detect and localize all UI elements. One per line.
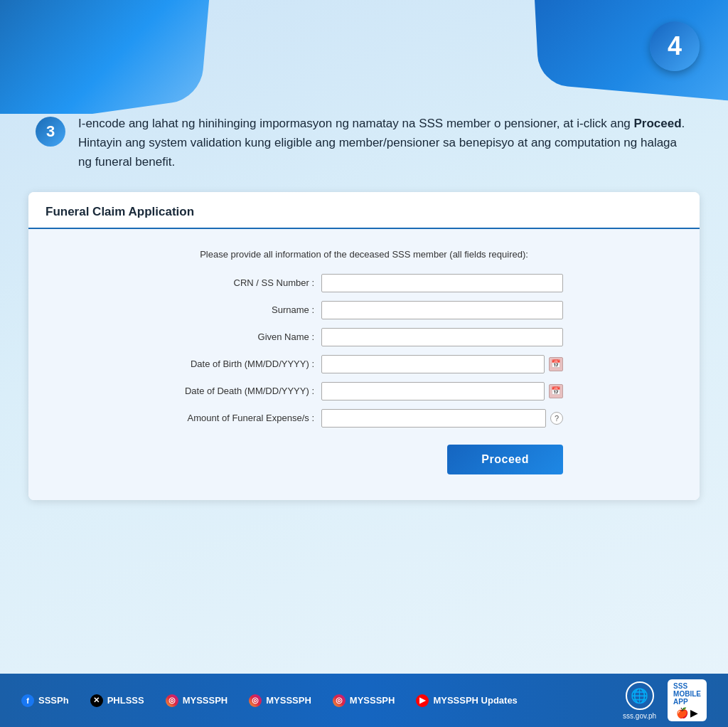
form-title: Funeral Claim Application <box>46 205 682 219</box>
proceed-row: Proceed <box>165 445 563 474</box>
footer-label-mysssph-updates: MYSSSPH Updates <box>433 695 517 706</box>
top-decoration <box>0 0 728 114</box>
form-row-dob: Date of Birth (MM/DD/YYYY) : 📅 <box>165 355 563 373</box>
footer-link-mysssph-1[interactable]: ◎ MYSSSPH <box>166 694 228 707</box>
footer-label-mysssph-1: MYSSSPH <box>183 695 228 706</box>
input-wrap-amount: ? <box>321 409 563 428</box>
footer-label-sssph: SSSPh <box>38 695 69 706</box>
instagram-icon-1: ◎ <box>166 694 178 707</box>
input-dob[interactable] <box>321 355 545 373</box>
label-dob: Date of Birth (MM/DD/YYYY) : <box>165 359 321 369</box>
input-crn[interactable] <box>321 274 563 292</box>
label-givenname: Given Name : <box>165 331 321 342</box>
form-card-header: Funeral Claim Application <box>28 192 700 229</box>
proceed-button[interactable]: Proceed <box>447 445 563 474</box>
content-area: 3 I-encode ang lahat ng hinihinging impo… <box>28 114 700 670</box>
input-wrap-givenname <box>321 328 563 346</box>
calendar-icon-dob[interactable]: 📅 <box>549 357 563 371</box>
footer-right: 🌐 sss.gov.ph SSSMOBILEAPP 🍎 ▶ <box>623 679 707 721</box>
form-row-dod: Date of Death (MM/DD/YYYY) : 📅 <box>165 382 563 400</box>
facebook-icon: f <box>21 694 34 707</box>
calendar-icon-dod[interactable]: 📅 <box>549 384 563 398</box>
footer-link-mysssph-2[interactable]: ◎ MYSSSPH <box>249 694 311 707</box>
app-store-icons: 🍎 ▶ <box>676 707 698 718</box>
globe-icon: 🌐 <box>626 681 654 710</box>
label-dod: Date of Death (MM/DD/YYYY) : <box>165 386 321 396</box>
footer-link-phlsss[interactable]: ✕ PHLSSS <box>90 694 144 707</box>
footer-link-mysssph-3[interactable]: ◎ MYSSSPH <box>333 694 395 707</box>
input-wrap-crn <box>321 274 563 292</box>
input-givenname[interactable] <box>321 328 563 346</box>
youtube-icon: ▶ <box>416 694 429 707</box>
label-surname: Surname : <box>165 304 321 315</box>
website-url: sss.gov.ph <box>623 712 656 720</box>
x-icon: ✕ <box>90 694 103 707</box>
footer-link-mysssph-updates[interactable]: ▶ MYSSSPH Updates <box>416 694 517 707</box>
footer-label-phlsss: PHLSSS <box>107 695 144 706</box>
input-amount[interactable] <box>321 409 546 428</box>
instruction-text: I-encode ang lahat ng hinihinging imporm… <box>78 114 692 172</box>
instagram-icon-2: ◎ <box>249 694 262 707</box>
input-dod[interactable] <box>321 382 545 400</box>
footer-label-mysssph-3: MYSSSPH <box>350 695 395 706</box>
input-surname[interactable] <box>321 301 563 319</box>
footer-link-sssph[interactable]: f SSSPh <box>21 694 69 707</box>
footer: f SSSPh ✕ PHLSSS ◎ MYSSSPH ◎ MYSSSPH ◎ M… <box>0 674 728 727</box>
apple-icon: 🍎 <box>676 707 688 718</box>
step-badge-4: 4 <box>650 21 700 71</box>
form-row-surname: Surname : <box>165 301 563 319</box>
form-card-body: Please provide all information of the de… <box>28 229 700 500</box>
help-icon-amount[interactable]: ? <box>550 412 563 425</box>
input-wrap-surname <box>321 301 563 319</box>
form-info-text: Please provide all information of the de… <box>57 249 671 260</box>
form-row-amount: Amount of Funeral Expense/s : ? <box>165 409 563 428</box>
form-card: Funeral Claim Application Please provide… <box>28 192 700 500</box>
label-crn: CRN / SS Number : <box>165 277 321 288</box>
footer-label-mysssph-2: MYSSSPH <box>266 695 311 706</box>
form-row-crn: CRN / SS Number : <box>165 274 563 292</box>
sss-app-badge: SSSMOBILEAPP 🍎 ▶ <box>668 679 707 721</box>
instruction-block: 3 I-encode ang lahat ng hinihinging impo… <box>28 114 700 172</box>
blue-shape-left <box>0 0 212 114</box>
website-badge: 🌐 sss.gov.ph <box>623 681 656 720</box>
input-wrap-dod: 📅 <box>321 382 563 400</box>
label-amount: Amount of Funeral Expense/s : <box>165 413 321 423</box>
input-wrap-dob: 📅 <box>321 355 563 373</box>
google-play-icon: ▶ <box>690 707 698 718</box>
sss-mobile-label: SSSMOBILEAPP <box>673 682 701 706</box>
step-circle-3: 3 <box>36 117 65 147</box>
footer-links: f SSSPh ✕ PHLSSS ◎ MYSSSPH ◎ MYSSSPH ◎ M… <box>21 694 518 707</box>
form-table: CRN / SS Number : Surname : Given Name : <box>165 274 563 474</box>
instagram-icon-3: ◎ <box>333 694 346 707</box>
form-row-givenname: Given Name : <box>165 328 563 346</box>
